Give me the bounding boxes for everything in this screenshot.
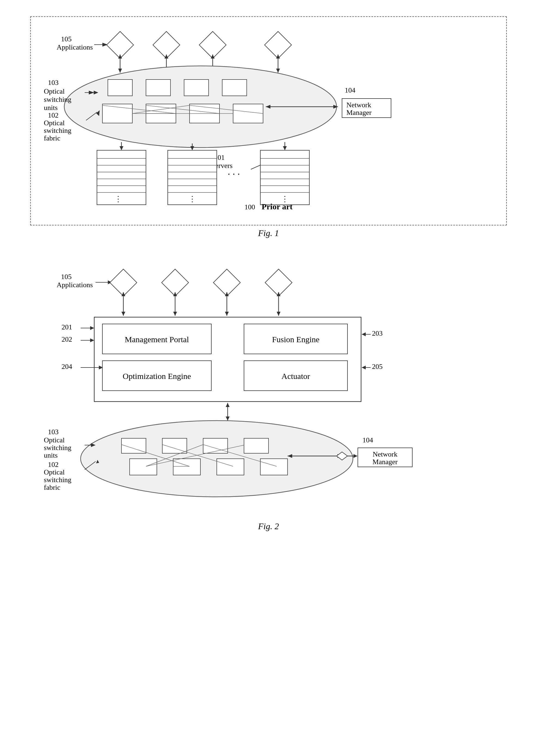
svg-rect-98 [265,269,292,296]
prior-art-label: Prior art [262,202,293,211]
svg-text:Manager: Manager [373,458,398,466]
fig2-wrapper: 105 Applications [22,255,515,532]
svg-marker-126 [362,366,366,370]
svg-rect-34 [184,79,209,96]
svg-marker-103 [173,312,177,316]
svg-rect-6 [265,32,292,59]
svg-text:205: 205 [372,363,383,371]
svg-text:202: 202 [62,336,72,343]
svg-rect-97 [214,269,240,296]
svg-text:Optimization Engine: Optimization Engine [123,372,191,380]
svg-text:102: 102 [48,111,59,119]
svg-marker-8 [118,69,122,73]
svg-text:105: 105 [61,35,72,43]
svg-rect-156 [173,459,200,475]
svg-rect-32 [108,79,132,96]
svg-marker-109 [277,312,280,316]
svg-text:Applications: Applications [57,281,93,289]
svg-marker-106 [225,312,229,316]
svg-text:203: 203 [372,329,383,337]
svg-rect-155 [130,459,157,475]
fig1-wrapper: 105 Applications [22,16,515,238]
svg-text:fabric: fabric [44,134,61,142]
svg-rect-96 [162,269,189,296]
svg-text:Network: Network [373,450,397,458]
svg-text:switching: switching [44,444,71,452]
svg-text:Optical: Optical [44,119,65,127]
svg-marker-117 [90,338,94,342]
fig2-caption: Fig. 2 [22,521,515,532]
svg-rect-33 [146,79,171,96]
svg-rect-3 [107,32,134,59]
svg-rect-157 [217,459,244,475]
svg-text:104: 104 [362,436,373,444]
svg-rect-4 [153,32,180,59]
svg-marker-89 [283,146,287,150]
fig1-caption: Fig. 1 [22,228,515,238]
svg-text:switching: switching [44,127,71,135]
svg-rect-95 [110,269,137,296]
svg-text:Network: Network [347,101,371,109]
svg-text:Optical: Optical [44,436,65,444]
svg-marker-100 [121,312,125,316]
svg-text:105: 105 [61,273,72,281]
svg-marker-136 [226,417,229,420]
svg-marker-114 [90,326,94,330]
svg-text:Applications: Applications [57,43,93,51]
svg-text:Optical: Optical [44,468,65,476]
svg-text:104: 104 [345,86,355,94]
svg-marker-137 [226,403,229,407]
svg-text:204: 204 [62,363,72,371]
svg-marker-120 [362,333,366,336]
svg-text:Management Portal: Management Portal [125,335,189,344]
svg-text:fabric: fabric [44,484,61,492]
svg-marker-171 [353,454,357,458]
svg-text:102: 102 [48,460,59,468]
svg-text:Actuator: Actuator [282,372,310,380]
svg-rect-154 [244,438,268,453]
fig2-svg: 105 Applications [42,263,495,508]
svg-marker-85 [120,146,123,150]
svg-text:switching: switching [44,96,71,103]
svg-rect-35 [222,79,247,96]
svg-text:units: units [44,451,58,459]
svg-text:switching: switching [44,476,71,484]
fig2-container: 105 Applications [30,255,507,519]
svg-text:Manager: Manager [347,109,372,116]
svg-text:103: 103 [48,428,59,436]
svg-text:· · ·: · · · [227,169,240,180]
svg-text:Optical: Optical [44,87,65,95]
svg-text:201: 201 [62,323,72,331]
svg-text:units: units [44,104,58,112]
svg-marker-87 [190,146,194,150]
svg-rect-39 [233,104,263,123]
svg-text:103: 103 [48,79,59,87]
svg-rect-158 [260,459,288,475]
svg-marker-17 [276,69,280,73]
svg-rect-5 [199,32,226,59]
svg-text:Fusion Engine: Fusion Engine [272,335,319,344]
fig1-svg: 105 Applications [42,25,495,210]
fig1-container: 105 Applications [30,16,507,225]
